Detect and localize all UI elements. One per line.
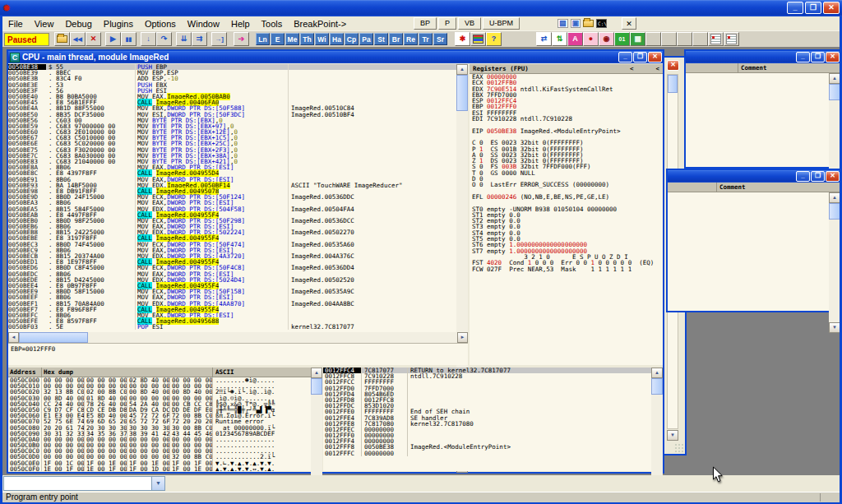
hex-dump-pane[interactable]: Address Hex dump ASCII 0050C00000 00 00 … (8, 368, 311, 471)
register-line[interactable]: T 0 GS 0000 NULL (470, 170, 663, 176)
scroll-up-button[interactable]: ▲ (829, 73, 840, 84)
go-to-address-button[interactable]: ➔ (234, 32, 249, 46)
copy-window-icon[interactable]: ▤ (557, 19, 568, 28)
stack-row[interactable]: 0012FFFC00000000 (323, 451, 651, 456)
console-icon[interactable]: C:\ (596, 19, 607, 28)
scroll-down-button[interactable]: ▼ (667, 430, 678, 441)
cpu-window-titlebar[interactable]: C CPU - main thread, module ImageRed _❐✕ (8, 51, 663, 63)
band-button-p[interactable]: P (438, 17, 456, 30)
close-button[interactable]: ✕ (648, 52, 662, 62)
resize-grip[interactable] (674, 443, 684, 453)
animate-into-button[interactable]: ⇊ (176, 32, 192, 46)
menu-file[interactable]: File (2, 19, 29, 29)
window-patches-button[interactable]: Pa (359, 33, 373, 45)
cpu-window[interactable]: C CPU - main thread, module ImageRed _❐✕… (7, 49, 664, 474)
scrollbar-track[interactable] (651, 395, 663, 475)
scroll-right-button[interactable]: ► (457, 332, 468, 343)
pause-button[interactable]: ▮▮ (121, 32, 136, 46)
ascii-view-button[interactable]: A (567, 32, 583, 46)
window-breakpoints-button[interactable]: Br (389, 33, 403, 45)
window-threads-button[interactable]: Th (300, 33, 314, 45)
restart-button[interactable]: ◀◀ (70, 32, 86, 46)
spiral-button[interactable]: ◉ (599, 32, 614, 46)
window-cpu-button[interactable]: Cp (345, 33, 359, 45)
register-line[interactable]: O 0 LastErr ERROR_SUCCESS (00000000) (470, 182, 663, 187)
comment-window-top[interactable]: _❐✕ Comment ▲ ▼ (684, 49, 840, 169)
comment-window-middle-scrollbar[interactable]: ▲ ▼ (829, 192, 840, 333)
restore-button[interactable]: ❐ (633, 52, 647, 62)
scroll-up-button[interactable]: ▲ (311, 368, 322, 378)
scroll-up-button[interactable]: ▲ (829, 192, 840, 203)
dump-vscrollbar[interactable]: ▲ ▼ (311, 368, 322, 475)
options-button[interactable]: ✱ (455, 32, 470, 46)
window-handles-button[interactable]: Ha (330, 33, 344, 45)
scrollbar-thumb[interactable] (311, 378, 322, 395)
breakpoint-button[interactable]: ● (583, 32, 599, 46)
scrollbar-track[interactable] (829, 220, 840, 322)
log-list-button[interactable] (708, 32, 724, 46)
scrollbar-thumb[interactable] (456, 75, 468, 111)
minimize-button[interactable]: _ (787, 2, 803, 14)
execute-till-return-button[interactable]: →] (211, 32, 227, 46)
menu-window[interactable]: Window (182, 19, 225, 29)
minimize-button[interactable]: _ (796, 52, 810, 62)
menu-view[interactable]: View (29, 19, 60, 29)
step-over-button[interactable]: ↷ (156, 32, 172, 46)
window-memory-button[interactable]: Me (285, 33, 299, 45)
disasm-row[interactable]: 0050BF03.5EPOP ESIkernel32.7C817077 (8, 324, 456, 330)
disassembly-hscrollbar[interactable]: ◄ ► (8, 332, 468, 343)
comment-window-top-body[interactable] (686, 73, 829, 167)
app-titlebar[interactable]: ✹ _❐✕ (0, 0, 842, 16)
minimize-button[interactable]: _ (618, 52, 632, 62)
scrollbar-thumb[interactable] (829, 203, 840, 220)
band-button-bp[interactable]: BP (414, 17, 437, 30)
background-window-close-button[interactable]: ✕ (667, 60, 679, 71)
register-line[interactable]: EDI 7C910228 ntdll.7C910228 (470, 116, 663, 122)
register-line[interactable]: EFL 00000246 (NO,NB,E,BE,NS,PE,GE,LE) (470, 194, 663, 200)
info-pane[interactable]: EBP=0012FFF0 (8, 343, 468, 365)
open-file-button[interactable] (54, 32, 70, 46)
window-log-button[interactable]: Ln (256, 33, 270, 45)
disassembly-pane[interactable]: 0050BE38$55PUSH EBP0050BE39.8BECMOV EBP,… (8, 64, 456, 332)
scrollbar-thumb[interactable] (668, 75, 678, 93)
binary-view-button[interactable]: 01 (614, 32, 630, 46)
scrollbar-track[interactable] (311, 395, 322, 475)
stack-pane[interactable]: 0012FFC47C817077RETURN to kernel32.7C817… (323, 368, 651, 471)
menu-tools[interactable]: Tools (256, 19, 289, 29)
sync-views-button[interactable]: ⇅ (552, 32, 567, 46)
menu-debug[interactable]: Debug (59, 19, 97, 29)
close-button[interactable]: ✕ (826, 171, 840, 182)
scrollbar-thumb[interactable] (651, 378, 663, 395)
menu-help[interactable]: Help (225, 19, 256, 29)
scrollbar-track[interactable] (829, 100, 840, 178)
scroll-left-button[interactable]: ◄ (8, 332, 19, 343)
open-folder-icon[interactable] (583, 20, 594, 27)
combobox-dropdown-button[interactable]: ▼ (151, 477, 164, 490)
close-button[interactable]: ✕ (823, 2, 840, 14)
comment-window-top-titlebar[interactable]: _❐✕ (686, 51, 840, 63)
scroll-up-button[interactable]: ▲ (456, 64, 468, 75)
window-executables-button[interactable]: E (271, 33, 285, 45)
comment-window-middle-body[interactable] (668, 192, 829, 311)
restore-button[interactable]: ❐ (805, 2, 821, 14)
command-combobox[interactable]: ▼ (3, 476, 165, 491)
disasm-row[interactable]: 0050BE38$55PUSH EBP (8, 64, 456, 70)
close-program-button[interactable]: ✕ (86, 32, 101, 46)
stack-vscrollbar[interactable]: ▲ ▼ (651, 368, 663, 475)
register-line[interactable]: FCW 027F Prec NEAR,53 Mask 1 1 1 1 1 1 (470, 266, 663, 272)
window-trace-button[interactable]: Tr (419, 33, 433, 45)
menu-options[interactable]: Options (139, 19, 182, 29)
registers-pane[interactable]: Registers (FPU) < < EAX 00000000ECX 0012… (470, 64, 663, 365)
disasm-row[interactable]: 0050BEFE.E8 8597F8FFCALL ImageRed.004956… (8, 318, 456, 324)
window-references-button[interactable]: Re (404, 33, 418, 45)
scrollbar-thumb[interactable] (829, 84, 840, 100)
comment-window-middle[interactable]: _❐✕ Comment ▲ ▼ (666, 169, 840, 312)
disasm-row[interactable]: 0050BE3B.83C4 F0ADD ESP,-10 (8, 76, 456, 81)
window-source-button[interactable]: Sr (433, 33, 447, 45)
close-button[interactable]: ✕ (826, 52, 840, 62)
scroll-down-button[interactable]: ▼ (829, 322, 840, 333)
scrollbar-track[interactable] (88, 332, 457, 343)
notes-list-button[interactable] (724, 32, 739, 46)
help-button[interactable]: ? (486, 32, 502, 46)
save-icon[interactable]: ▣ (571, 19, 581, 28)
